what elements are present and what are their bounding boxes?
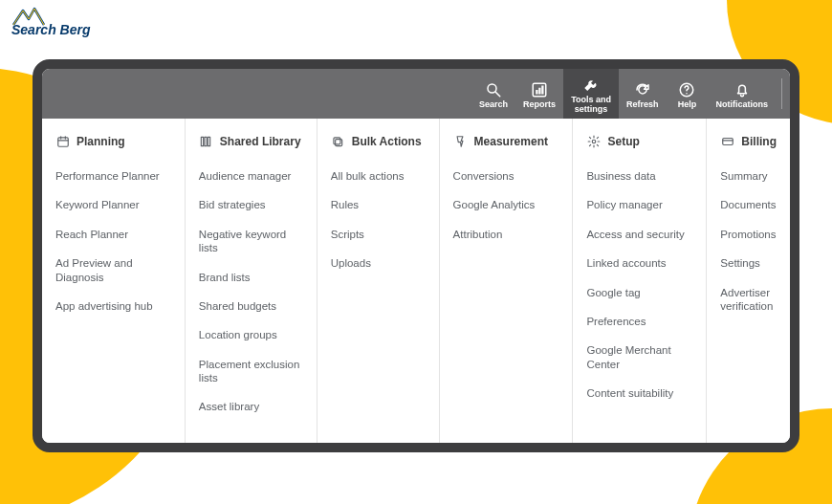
menu-item[interactable]: Bid strategies [199, 190, 303, 219]
toolbar: SearchReportsTools and settingsRefreshHe… [42, 69, 790, 119]
calendar-icon [55, 134, 70, 148]
svg-point-0 [488, 84, 496, 93]
menu-item[interactable]: Asset library [199, 392, 303, 421]
svg-rect-13 [205, 137, 207, 145]
menu-item[interactable]: Documents [720, 190, 777, 219]
svg-rect-18 [723, 138, 733, 144]
svg-rect-4 [538, 87, 540, 94]
toolbar-reports[interactable]: Reports [515, 69, 563, 119]
menu-item[interactable]: Shared budgets [199, 292, 303, 320]
menu-item[interactable]: Promotions [720, 220, 777, 249]
menu-item[interactable]: Negative keyword lists [199, 220, 303, 263]
refresh-icon [634, 80, 651, 99]
toolbar-label: Tools and settings [571, 96, 611, 115]
column-header: Setup [586, 134, 692, 148]
bulk-icon [331, 134, 345, 148]
menu-item[interactable]: Policy manager [586, 190, 692, 219]
menu-item[interactable]: Audience manager [199, 162, 303, 190]
menu-item[interactable]: Ad Preview and Diagnosis [55, 249, 171, 292]
column-header: Planning [55, 134, 171, 148]
menu-item[interactable]: Advertiser verification [720, 278, 777, 321]
app-window: SearchReportsTools and settingsRefreshHe… [33, 59, 799, 452]
menu-item[interactable]: Scripts [331, 220, 426, 249]
menu-item[interactable]: App advertising hub [55, 292, 171, 320]
svg-rect-3 [536, 90, 537, 95]
toolbar-label: Refresh [626, 100, 659, 110]
menu-item[interactable]: Rules [331, 190, 426, 219]
toolbar-label: Help [678, 100, 697, 110]
search-icon [485, 80, 502, 99]
svg-line-1 [495, 92, 500, 97]
menu-item[interactable]: Reach Planner [55, 220, 171, 249]
column-header: Bulk Actions [331, 134, 426, 148]
help-icon [678, 80, 695, 99]
menu-item[interactable]: Summary [720, 162, 777, 190]
menu-item[interactable]: Location groups [199, 320, 303, 349]
column-header: Shared Library [199, 134, 303, 148]
menu-item[interactable]: Brand lists [199, 263, 303, 292]
menu-column-measurement: MeasurementConversionsGoogle AnalyticsAt… [440, 119, 574, 443]
library-icon [199, 134, 213, 148]
toolbar-search[interactable]: Search [471, 69, 515, 119]
column-header: Billing [720, 134, 777, 148]
svg-point-17 [592, 140, 596, 143]
column-title: Bulk Actions [352, 135, 422, 148]
menu-item[interactable]: Access and security [586, 220, 692, 249]
svg-rect-12 [202, 137, 204, 145]
svg-point-7 [687, 93, 689, 95]
column-title: Setup [607, 135, 639, 148]
svg-rect-8 [57, 137, 68, 145]
toolbar-notif[interactable]: Notifications [708, 69, 776, 119]
column-title: Measurement [474, 135, 548, 148]
billing-icon [720, 134, 734, 148]
menu-item[interactable]: Keyword Planner [55, 190, 171, 219]
tools-settings-menu: PlanningPerformance PlannerKeyword Plann… [42, 119, 790, 443]
toolbar-tools[interactable]: Tools and settings [563, 69, 619, 119]
menu-item[interactable]: Google Merchant Center [586, 336, 692, 379]
measurement-icon [453, 134, 468, 148]
menu-item[interactable]: Conversions [453, 162, 559, 190]
menu-column-bulk-actions: Bulk ActionsAll bulk actionsRulesScripts… [317, 119, 440, 443]
toolbar-label: Notifications [715, 100, 768, 110]
menu-item[interactable]: Preferences [586, 307, 692, 336]
setup-icon [586, 134, 601, 148]
svg-rect-5 [541, 85, 543, 94]
svg-rect-16 [336, 139, 342, 145]
menu-item[interactable]: Linked accounts [586, 249, 692, 277]
column-title: Shared Library [220, 135, 301, 148]
menu-item[interactable]: Content suitability [586, 379, 692, 407]
menu-item[interactable]: Uploads [331, 249, 426, 277]
toolbar-label: Reports [523, 100, 556, 110]
toolbar-help[interactable]: Help [666, 69, 708, 119]
menu-item[interactable]: Business data [586, 162, 692, 190]
menu-column-shared-library: Shared LibraryAudience managerBid strate… [186, 119, 317, 443]
svg-rect-14 [208, 137, 210, 145]
menu-item[interactable]: Performance Planner [55, 162, 171, 190]
menu-column-setup: SetupBusiness dataPolicy managerAccess a… [573, 119, 707, 443]
menu-column-billing: BillingSummaryDocumentsPromotionsSetting… [707, 119, 790, 443]
menu-item[interactable]: Google tag [586, 278, 692, 307]
column-title: Billing [741, 135, 777, 148]
column-header: Measurement [453, 134, 559, 148]
reports-icon [531, 80, 548, 99]
toolbar-label: Search [479, 100, 508, 110]
toolbar-separator [781, 78, 782, 109]
column-title: Planning [77, 135, 125, 148]
svg-rect-15 [334, 137, 340, 143]
searchberg-logo: Search Berg [11, 6, 91, 36]
menu-item[interactable]: Google Analytics [453, 190, 559, 219]
menu-column-planning: PlanningPerformance PlannerKeyword Plann… [42, 119, 186, 443]
menu-item[interactable]: Settings [720, 249, 777, 277]
bell-icon [733, 80, 751, 99]
menu-item[interactable]: Attribution [453, 220, 559, 249]
menu-item[interactable]: Placement exclusion lists [199, 350, 303, 393]
menu-item[interactable]: All bulk actions [331, 162, 426, 190]
wrench-icon [582, 76, 600, 95]
toolbar-refresh[interactable]: Refresh [619, 69, 667, 119]
